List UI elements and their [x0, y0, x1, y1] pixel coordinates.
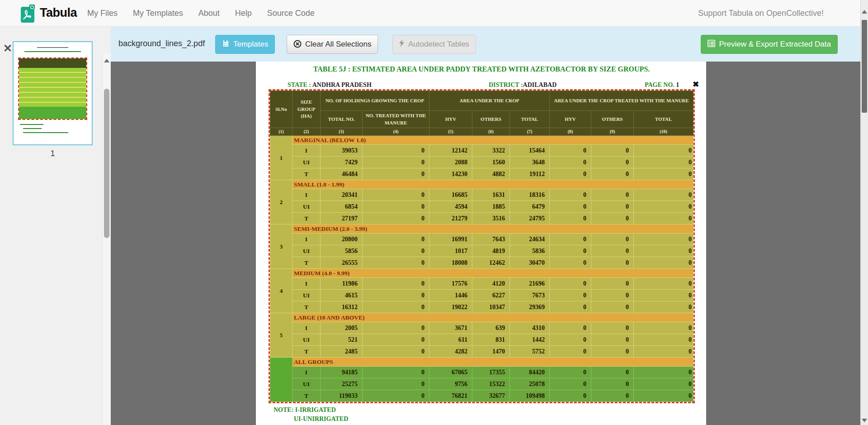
templates-button[interactable]: Templates	[215, 35, 275, 54]
row-type-cell: UI	[292, 157, 321, 168]
table-cell: 0	[363, 234, 429, 245]
table-cell: 0	[634, 234, 693, 245]
size-group-band: MARGINAL (BELOW 1.0)	[292, 136, 693, 145]
slno-cell: 2	[270, 180, 292, 224]
main-scrollbar-thumb[interactable]	[862, 20, 867, 113]
table-row: I20800016991764324634000	[270, 234, 693, 245]
table-cell: 27197	[321, 213, 363, 224]
table-cell: 0	[550, 322, 591, 334]
table-cell: 0	[591, 278, 634, 290]
table-cell: 0	[591, 290, 634, 301]
table-cell: 0	[591, 378, 634, 390]
table-cell: 5836	[510, 245, 550, 257]
main-scrollbar[interactable]	[860, 0, 868, 425]
table-cell: 16312	[321, 301, 363, 313]
table-cell: 7429	[321, 157, 363, 168]
row-type-cell: I	[292, 234, 321, 245]
table-cell: 0	[550, 278, 591, 290]
table-cell: 0	[363, 346, 429, 358]
header-col-number: (5)	[429, 128, 472, 136]
list-table-icon	[708, 40, 715, 49]
pdf-table-title: TABLE 5J : ESTIMATED AREA UNDER PADDY TR…	[270, 65, 693, 73]
table-cell: 0	[363, 378, 429, 390]
table-row: I11986017576412021696000	[270, 278, 693, 290]
table-row: T265550180081246230470000	[270, 257, 693, 269]
table-cell: 16685	[429, 189, 472, 201]
table-row: ALL GROUPS	[270, 358, 693, 367]
table-cell: 4882	[472, 168, 510, 180]
support-link[interactable]: Support Tabula on OpenCollective!	[698, 9, 824, 18]
table-cell: 24634	[510, 234, 550, 245]
nav-item-about[interactable]: About	[191, 9, 227, 18]
sidebar-scrollbar[interactable]	[102, 53, 111, 425]
sidebar-scrollbar-thumb[interactable]	[104, 89, 109, 238]
table-cell: 0	[591, 201, 634, 213]
table-cell: 0	[363, 145, 429, 157]
nav-item-my-templates[interactable]: My Templates	[125, 9, 191, 18]
footnote-line-2: UI-UNIRRIGATED	[294, 415, 348, 424]
header-col-number: (3)	[321, 128, 363, 136]
table-cell: 0	[363, 157, 429, 168]
row-type-cell: T	[292, 257, 321, 269]
main-scroll-up-arrow-icon[interactable]	[862, 10, 867, 14]
nav-item-my-files[interactable]: My Files	[80, 9, 125, 18]
autodetect-tables-button[interactable]: Autodetect Tables	[392, 35, 476, 54]
selection-close-icon[interactable]: ✖	[693, 81, 699, 88]
clear-all-selections-button[interactable]: Clear All Selections	[287, 35, 378, 54]
row-type-cell: T	[292, 390, 321, 402]
header-subcolumn: TOTAL	[634, 111, 693, 128]
table-cell: 0	[634, 189, 693, 201]
table-cell: 0	[591, 346, 634, 358]
district-label: DISTRICT :	[489, 81, 523, 88]
table-row: T46484014230488219112000	[270, 168, 693, 180]
table-cell: 0	[363, 390, 429, 402]
district-line: DISTRICT :ADILABAD	[489, 81, 557, 89]
page-thumbnail-sidebar: ✕ 1	[0, 27, 111, 425]
header-col-number: (9)	[591, 128, 634, 136]
table-cell: 3671	[429, 322, 472, 334]
district-value: ADILABAD	[523, 81, 557, 88]
table-cell: 0	[363, 322, 429, 334]
footnotes: NOTE: I-IRRIGATED UI-UNIRRIGATED	[274, 406, 348, 424]
nav-item-help[interactable]: Help	[227, 9, 259, 18]
table-cell: 0	[634, 367, 693, 378]
autodetect-button-label: Autodetect Tables	[408, 40, 469, 49]
table-cell: 0	[363, 301, 429, 313]
table-cell: 611	[429, 334, 472, 346]
brand-title[interactable]: Tabula	[40, 6, 77, 20]
table-cell: 0	[550, 168, 591, 180]
row-type-cell: T	[292, 346, 321, 358]
table-cell: 0	[634, 145, 693, 157]
remove-page-icon[interactable]: ✕	[3, 43, 12, 54]
page-1-thumbnail[interactable]	[13, 41, 93, 145]
table-cell: 0	[550, 145, 591, 157]
table-selection-overlay[interactable]: Sl.NoSIZE GROUP (HA)NO. OF HOLDINGS GROW…	[269, 89, 695, 403]
row-type-cell: T	[292, 168, 321, 180]
thumb-table-body	[19, 68, 86, 107]
table-row: 5LARGE (10 AND ABOVE)	[270, 313, 693, 322]
table-cell: 0	[363, 168, 429, 180]
page-no-value: 1	[676, 81, 679, 88]
table-cell: 0	[363, 245, 429, 257]
table-cell: 639	[472, 322, 510, 334]
table-cell: 0	[634, 346, 693, 358]
table-cell: 16991	[429, 234, 472, 245]
table-row: I941850670651735584420000	[270, 367, 693, 378]
table-row: Sl.NoSIZE GROUP (HA)NO. OF HOLDINGS GROW…	[270, 91, 693, 111]
table-cell: 0	[550, 234, 591, 245]
page-no-label: PAGE NO.	[645, 81, 676, 88]
table-cell: 7643	[472, 234, 510, 245]
table-row: UI52106118311442000	[270, 334, 693, 346]
templates-button-label: Templates	[233, 40, 268, 49]
sidebar-scroll-up-arrow-icon[interactable]	[104, 59, 109, 62]
table-cell: 0	[550, 157, 591, 168]
slno-cell: 1	[270, 136, 292, 180]
main-scroll-down-arrow-icon[interactable]	[862, 419, 867, 422]
nav-item-source-code[interactable]: Source Code	[259, 9, 322, 18]
thumb-table-footer	[19, 107, 86, 119]
preview-export-button[interactable]: Preview & Export Extracted Data	[701, 35, 838, 54]
nav-menu: My Files My Templates About Help Source …	[80, 0, 322, 26]
row-type-cell: UI	[292, 334, 321, 346]
header-area-treated-group: AREA UNDER THE CROP TREATED WITH THE MAN…	[550, 91, 693, 111]
header-col-number: (4)	[363, 128, 429, 136]
